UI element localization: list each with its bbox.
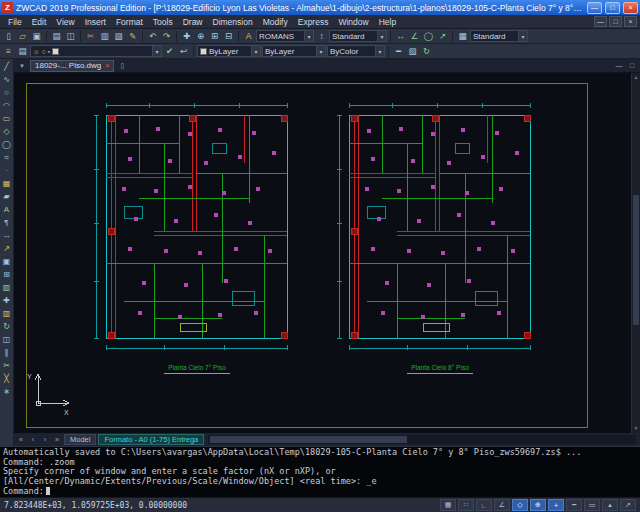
- viewport-restore-icon[interactable]: □: [627, 62, 637, 69]
- table-style-select[interactable]: Standard ▾: [470, 30, 528, 42]
- make-layer-current-icon[interactable]: ✔: [163, 45, 176, 58]
- redo-icon[interactable]: ↷: [160, 30, 173, 43]
- ellipse-icon[interactable]: ◯: [1, 138, 13, 150]
- table-icon[interactable]: ▥: [1, 281, 13, 293]
- table-style-icon[interactable]: ▦: [456, 30, 469, 43]
- menu-view[interactable]: View: [51, 16, 79, 28]
- polygon-icon[interactable]: ◇: [1, 125, 13, 137]
- block-icon[interactable]: ▣: [1, 255, 13, 267]
- mtext-icon[interactable]: ¶: [1, 216, 13, 228]
- regen-icon[interactable]: ↻: [420, 45, 433, 58]
- zoom-window-icon[interactable]: ⊞: [208, 30, 221, 43]
- menu-help[interactable]: Help: [374, 16, 401, 28]
- new-drawing-icon[interactable]: ▯: [117, 62, 127, 70]
- tab-model[interactable]: Model: [64, 434, 96, 445]
- layer-manager-icon[interactable]: ≡: [2, 45, 15, 58]
- mirror-icon[interactable]: ◫: [1, 333, 13, 345]
- scroll-up-icon[interactable]: ▲: [632, 73, 640, 82]
- menu-draw[interactable]: Draw: [178, 16, 208, 28]
- offset-icon[interactable]: ∥: [1, 346, 13, 358]
- scroll-down-icon[interactable]: ▼: [632, 424, 640, 433]
- new-icon[interactable]: ▯: [2, 30, 15, 43]
- etrack-toggle[interactable]: ⊕: [530, 499, 546, 511]
- doc-close-button[interactable]: ×: [624, 16, 637, 27]
- save-icon[interactable]: ▣: [30, 30, 43, 43]
- menu-file[interactable]: File: [3, 16, 27, 28]
- last-layout-icon[interactable]: »: [52, 436, 62, 443]
- copy-object-icon[interactable]: ▥: [1, 307, 13, 319]
- arc-icon[interactable]: ◠: [1, 99, 13, 111]
- close-button[interactable]: ×: [623, 2, 638, 14]
- point-icon[interactable]: ·: [1, 164, 13, 176]
- menu-modify[interactable]: Modify: [258, 16, 293, 28]
- zoom-realtime-icon[interactable]: ⊕: [194, 30, 207, 43]
- zoom-previous-icon[interactable]: ⊟: [222, 30, 235, 43]
- region-icon[interactable]: ▰: [1, 190, 13, 202]
- dim-leader-icon[interactable]: ↗: [436, 30, 449, 43]
- cut-icon[interactable]: ✂: [84, 30, 97, 43]
- menu-edit[interactable]: Edit: [27, 16, 52, 28]
- model-space-toggle[interactable]: ▭: [584, 499, 600, 511]
- minimize-button[interactable]: —: [587, 2, 602, 14]
- insert-block-icon[interactable]: ⊞: [1, 268, 13, 280]
- snap-toggle[interactable]: ▦: [440, 499, 456, 511]
- line-icon[interactable]: ╱: [1, 60, 13, 72]
- text-style-select[interactable]: ROMANS ▾: [256, 30, 314, 42]
- vertical-scroll-thumb[interactable]: [633, 195, 639, 325]
- first-layout-icon[interactable]: «: [16, 436, 26, 443]
- command-prompt[interactable]: Command:: [3, 487, 637, 497]
- dim-style-select[interactable]: Standard ▾: [329, 30, 387, 42]
- polar-toggle[interactable]: ∠: [494, 499, 510, 511]
- color-select[interactable]: ByLayer ▾: [197, 45, 261, 57]
- fullscreen-toggle[interactable]: ↗: [620, 499, 636, 511]
- polyline-icon[interactable]: ∿: [1, 73, 13, 85]
- text-icon[interactable]: A: [1, 203, 13, 215]
- menu-dimension[interactable]: Dimension: [208, 16, 258, 28]
- doc-restore-button[interactable]: □: [609, 16, 622, 27]
- horizontal-scrollbar[interactable]: [208, 435, 636, 444]
- esnap-toggle[interactable]: ◇: [512, 499, 528, 511]
- vertical-scrollbar[interactable]: ▲ ▼: [631, 73, 640, 433]
- match-properties-icon[interactable]: ✎: [126, 30, 139, 43]
- text-style-icon[interactable]: A: [242, 30, 255, 43]
- dim-linear-icon[interactable]: ↔: [394, 30, 407, 43]
- doc-minimize-button[interactable]: —: [594, 16, 607, 27]
- grid-toggle[interactable]: ∷: [458, 499, 474, 511]
- dim-angular-icon[interactable]: ∠: [408, 30, 421, 43]
- hatch-icon[interactable]: ▦: [1, 177, 13, 189]
- paste-icon[interactable]: ▨: [112, 30, 125, 43]
- menu-window[interactable]: Window: [333, 16, 373, 28]
- plot-icon[interactable]: ▤: [50, 30, 63, 43]
- maximize-button[interactable]: □: [605, 2, 620, 14]
- drawing-tab[interactable]: 18029-... Piso.dwg ×: [30, 60, 114, 72]
- command-line-panel[interactable]: Automatically saved to C:\Users\avargas\…: [0, 446, 640, 497]
- layer-select[interactable]: ☼ ○ ▪ ▾: [30, 45, 162, 57]
- move-icon[interactable]: ✚: [1, 294, 13, 306]
- linetype-select[interactable]: ByLayer ▾: [262, 45, 326, 57]
- plot-style-select[interactable]: ByColor ▾: [327, 45, 385, 57]
- menu-format[interactable]: Format: [111, 16, 148, 28]
- menu-express[interactable]: Express: [293, 16, 334, 28]
- menu-insert[interactable]: Insert: [80, 16, 111, 28]
- spline-icon[interactable]: ≈: [1, 151, 13, 163]
- explode-icon[interactable]: ∗: [1, 385, 13, 397]
- dim-linear-icon[interactable]: ↔: [1, 229, 13, 241]
- tab-close-icon[interactable]: ×: [105, 62, 109, 69]
- rotate-icon[interactable]: ↻: [1, 320, 13, 332]
- rectangle-icon[interactable]: ▭: [1, 112, 13, 124]
- undo-icon[interactable]: ↶: [146, 30, 159, 43]
- circle-icon[interactable]: ○: [1, 86, 13, 98]
- ortho-toggle[interactable]: ∟: [476, 499, 492, 511]
- lineweight-icon[interactable]: ━: [392, 45, 405, 58]
- previous-layer-icon[interactable]: ↩: [177, 45, 190, 58]
- dyn-toggle[interactable]: +: [548, 499, 564, 511]
- properties-icon[interactable]: ▧: [406, 45, 419, 58]
- status-popup-icon[interactable]: ▴: [602, 499, 618, 511]
- dim-radius-icon[interactable]: ◯: [422, 30, 435, 43]
- menu-tools[interactable]: Tools: [148, 16, 178, 28]
- dim-leader-icon[interactable]: ↗: [1, 242, 13, 254]
- tab-layout-formato[interactable]: Formato - A0 (1-75) Entrega: [98, 434, 204, 445]
- lineweight-toggle[interactable]: ━: [566, 499, 582, 511]
- horizontal-scroll-thumb[interactable]: [210, 436, 407, 443]
- open-icon[interactable]: ▱: [16, 30, 29, 43]
